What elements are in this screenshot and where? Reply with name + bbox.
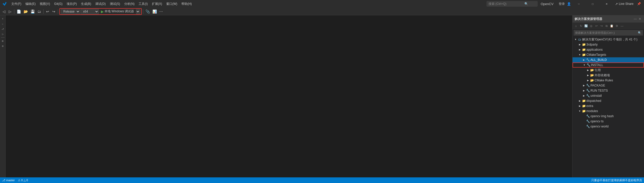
panel-search-icon: 🔍 <box>638 31 641 35</box>
proj-icon-ts: 🔧 <box>586 120 590 123</box>
pt-collapse[interactable]: — <box>620 24 624 28</box>
tree-item-ext-deps[interactable]: ▶ 📂 外部依赖项 <box>573 73 644 78</box>
menu-file[interactable]: 文件(F) <box>9 1 23 7</box>
panel-close-btn[interactable]: ✕ <box>638 17 642 21</box>
all-build-label: ALL_BUILD <box>590 58 607 62</box>
folder-icon-ext-deps: 📂 <box>590 73 594 77</box>
configuration-select[interactable]: Release Debug <box>61 9 80 14</box>
menu-help[interactable]: 帮助(H) <box>179 1 194 7</box>
menu-edit[interactable]: 编辑(E) <box>23 1 38 7</box>
debug-run-button[interactable]: ▶ 本地 Windows 调试器 <box>99 9 136 14</box>
menu-build[interactable]: 生成(B) <box>79 1 93 7</box>
debug-dropdown[interactable]: ▼ <box>136 9 140 14</box>
tree-item-applications[interactable]: ▶ 📁 applications <box>573 47 644 52</box>
sep-3 <box>58 9 58 14</box>
pt-arrow-back[interactable]: ↩ <box>594 24 599 28</box>
pt-sync[interactable]: ↻ <box>579 24 583 28</box>
activity-tool[interactable]: ⚙ <box>1 44 5 48</box>
git-branch[interactable]: ⎇ master <box>2 179 15 182</box>
tree-item-all-build[interactable]: ▶ 🔧 ALL_BUILD <box>573 57 644 62</box>
references-arrow: ▶ <box>586 69 590 71</box>
menu-extensions[interactable]: 扩展(X) <box>150 1 164 7</box>
save-all-button[interactable]: 🗂 <box>36 9 42 14</box>
pt-paste[interactable]: 📋 <box>609 24 614 28</box>
cmake-arrow: ▼ <box>578 53 582 56</box>
activity-ext[interactable]: ⊞ <box>1 39 5 43</box>
close-button[interactable]: ✕ <box>601 0 612 8</box>
error-count[interactable]: ⚠ 0 △ 0 <box>18 179 28 182</box>
panel-search[interactable]: 🔍 <box>574 30 643 36</box>
panel-search-input[interactable] <box>575 31 638 34</box>
activity-git[interactable]: ⎇ <box>1 27 5 31</box>
more-button[interactable]: ⋯ <box>158 9 164 14</box>
applications-arrow: ▶ <box>578 48 582 51</box>
proj-icon-uninstall: 🔧 <box>586 94 590 98</box>
menu-tools[interactable]: 工具(I) <box>137 1 150 7</box>
3rdparty-arrow: ▶ <box>578 43 582 46</box>
menu-analyze[interactable]: 分析(N) <box>122 1 137 7</box>
sep-2 <box>43 9 44 14</box>
tree-item-package[interactable]: ▶ 🔧 PACKAGE <box>573 83 644 88</box>
solution-label: 解决方案'OpenCV'(41 个项目，共 41 个) <box>582 37 637 42</box>
run-tests-label: RUN TESTS <box>590 89 608 92</box>
pt-new-solution[interactable]: ◎ <box>589 24 594 28</box>
tree-item-dispatched[interactable]: ▶ 📁 dispatched <box>573 98 644 103</box>
solution-root[interactable]: ▼ 🗂 解决方案'OpenCV'(41 个项目，共 41 个) <box>573 37 644 42</box>
panel-expand-btn[interactable]: — <box>633 17 637 21</box>
debug-label: 本地 Windows 调试器 <box>105 9 134 14</box>
menu-project[interactable]: 项目(P) <box>65 1 79 7</box>
status-bar: ⎇ master ⚠ 0 △ 0 只要@不喜欢打篮球的厨师不是好程序员 <box>0 177 644 183</box>
new-file-button[interactable]: 📄 <box>16 9 22 14</box>
open-button[interactable]: 📂 <box>23 9 29 14</box>
pt-refresh[interactable]: 🔄 <box>584 24 588 28</box>
panel-actions: — ✕ <box>633 17 642 21</box>
tree-item-opencv-world[interactable]: ▶ 🔧 opencv world <box>573 124 644 129</box>
platform-select[interactable]: x64 x86 ARM ARM64 <box>81 9 99 14</box>
login-text: 登录 <box>559 2 565 6</box>
forward-button[interactable]: ▷ <box>7 9 13 14</box>
pt-settings[interactable]: ⚙ <box>615 24 619 28</box>
tree-item-references[interactable]: ▶ 📂 引用 <box>573 68 644 73</box>
activity-search[interactable]: ⌕ <box>1 21 5 26</box>
maximize-button[interactable]: □ <box>587 0 599 8</box>
3rdparty-label: 3rdparty <box>586 43 598 46</box>
solution-icon: 🗂 <box>578 38 582 41</box>
save-button[interactable]: 💾 <box>29 9 36 14</box>
activity-explore[interactable]: ≡ <box>1 16 5 21</box>
menu-git[interactable]: Git(G) <box>52 1 65 7</box>
folder-icon-extra: 📁 <box>582 104 586 108</box>
search-input[interactable] <box>489 2 524 6</box>
menu-view[interactable]: 视图(V) <box>38 1 52 7</box>
back-button[interactable]: ◁ <box>1 9 7 14</box>
uninstall-label: uninstall <box>590 94 602 98</box>
menu-window[interactable]: 窗口(W) <box>164 1 179 7</box>
menu-debug[interactable]: 调试(D) <box>93 1 108 7</box>
pt-home[interactable]: ⌂ <box>574 24 578 28</box>
editor-area <box>6 15 572 177</box>
undo-button[interactable]: ↩ <box>45 9 50 14</box>
menu-test[interactable]: 测试(S) <box>108 1 122 7</box>
tree-item-uninstall[interactable]: ▶ 🔧 uninstall <box>573 93 644 98</box>
tree-item-modules[interactable]: ▼ 📁 modules <box>573 109 644 114</box>
tree-item-opencv-img-hash[interactable]: ▶ 🔧 opencv img hash <box>573 114 644 119</box>
ext-deps-label: 外部依赖项 <box>595 73 610 78</box>
search-box[interactable]: 🔍 <box>486 1 538 7</box>
minimize-button[interactable]: ─ <box>573 0 585 8</box>
tree-item-cmake[interactable]: ▼ 📁 CMakeTargets <box>573 52 644 57</box>
attach-button[interactable]: 📎 <box>144 9 151 14</box>
tree-item-install[interactable]: ▼ 🔧 INSTALL <box>573 62 644 68</box>
tree-item-cmake-rules[interactable]: ▶ 📂 CMake Rules <box>573 78 644 83</box>
tree-item-opencv-ts[interactable]: ▶ 🔧 opencv ts <box>573 119 644 124</box>
live-share-button[interactable]: ↗ Live Share <box>612 1 636 7</box>
tree-item-run-tests[interactable]: ▶ 🔧 RUN TESTS <box>573 88 644 93</box>
tree-item-extra[interactable]: ▶ 📁 extra <box>573 103 644 109</box>
pt-arrow-fwd[interactable]: ↪ <box>599 24 604 28</box>
login-area[interactable]: 登录 👤 <box>559 2 571 6</box>
tree-item-3rdparty[interactable]: ▶ 📁 3rdparty <box>573 42 644 47</box>
proj-icon-package: 🔧 <box>586 84 590 87</box>
pt-copy[interactable]: ⧉ <box>604 24 609 28</box>
activity-debug[interactable]: ▷ <box>1 32 5 36</box>
perf-button[interactable]: 📊 <box>151 9 158 14</box>
redo-button[interactable]: ↪ <box>51 9 57 14</box>
activity-bar: ≡ ⌕ ⎇ ▷ ⊞ ⚙ <box>0 15 6 177</box>
